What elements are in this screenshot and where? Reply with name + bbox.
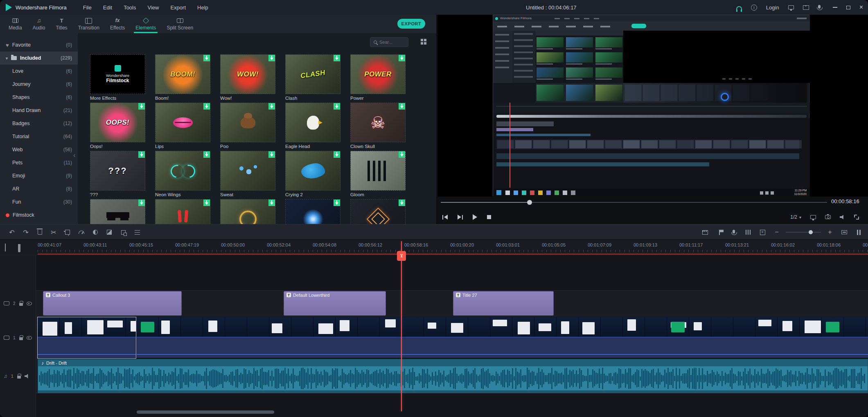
zoom-slider-handle[interactable]	[809, 230, 813, 234]
download-icon[interactable]	[138, 103, 145, 110]
sidebar-item-favorite[interactable]: ♥Favorite(0)	[0, 38, 78, 52]
sidebar-item-shapes[interactable]: Shapes(6)	[0, 91, 78, 104]
speaker-icon[interactable]	[840, 215, 845, 220]
menu-tools[interactable]: Tools	[124, 4, 136, 11]
split-button[interactable]: ✂	[47, 226, 61, 238]
element-card-eagle-head[interactable]: Eagle Head	[285, 103, 340, 151]
snapshot-camera-icon[interactable]	[825, 215, 831, 219]
green-screen-button[interactable]	[102, 226, 116, 238]
download-icon[interactable]	[399, 151, 405, 158]
download-icon[interactable]	[268, 151, 275, 158]
playhead-handle[interactable]: ✂	[397, 251, 406, 261]
record-voiceover-button[interactable]	[728, 226, 739, 238]
title-clip-title-27[interactable]: T Title 27	[453, 291, 554, 316]
sidebar-item-journey[interactable]: Journey(6)	[0, 78, 78, 91]
tab-effects[interactable]: fxEffects	[105, 15, 130, 33]
download-icon[interactable]	[399, 55, 405, 61]
element-card-gloom[interactable]: Gloom	[350, 151, 406, 199]
collapse-sidebar-button[interactable]: ‹	[73, 152, 75, 159]
download-icon[interactable]	[268, 200, 275, 206]
element-card-partial-5[interactable]	[350, 199, 406, 224]
toggle-track-visibility-icon[interactable]	[27, 336, 32, 340]
display-device-icon[interactable]	[810, 215, 816, 219]
download-icon[interactable]	[203, 55, 210, 61]
sidebar-item-filmstock[interactable]: Filmstock	[0, 208, 78, 222]
scrubber-handle[interactable]	[527, 200, 532, 205]
download-icon[interactable]	[203, 103, 210, 110]
download-icon[interactable]	[138, 151, 145, 158]
download-icon[interactable]	[138, 200, 145, 206]
lock-track-icon[interactable]	[19, 303, 23, 306]
menu-export[interactable]: Export	[170, 4, 186, 11]
export-button[interactable]: EXPORT	[397, 19, 425, 29]
download-icon[interactable]	[203, 200, 210, 206]
element-card-more-effects[interactable]: Wondershare Filmstock More Effects	[90, 54, 145, 103]
fit-timeline-button[interactable]	[839, 226, 850, 238]
redo-button[interactable]: ↷	[19, 226, 33, 238]
sidebar-item-ar[interactable]: AR(8)	[0, 182, 78, 195]
play-button[interactable]	[473, 214, 477, 220]
element-card-partial-2[interactable]	[155, 199, 210, 224]
maximize-button[interactable]	[846, 6, 850, 9]
menu-view[interactable]: View	[147, 4, 159, 11]
panel-toggle-button[interactable]	[853, 226, 864, 238]
close-button[interactable]: ×	[859, 4, 863, 11]
menu-file[interactable]: File	[83, 4, 92, 11]
timeline-ruler[interactable]: 00:00:41:07 00:00:43:11 00:00:45:15 00:0…	[0, 240, 868, 255]
download-icon[interactable]	[203, 151, 210, 158]
tab-elements[interactable]: Elements	[130, 15, 161, 33]
audio-mixer-button[interactable]	[743, 226, 753, 238]
zoom-out-button[interactable]: −	[771, 226, 782, 238]
element-card-clash[interactable]: CLASH Clash	[285, 54, 340, 103]
download-icon[interactable]	[334, 200, 340, 206]
tab-titles[interactable]: TTitles	[50, 15, 72, 33]
sidebar-item-included[interactable]: ▾Included(229)	[0, 52, 78, 65]
playhead-line[interactable]	[401, 241, 402, 411]
element-card-lips[interactable]: Lips	[155, 103, 210, 151]
sidebar-item-badges[interactable]: Badges(12)	[0, 117, 78, 130]
element-card-clown-skull[interactable]: ☠ Clown Skull	[350, 103, 406, 151]
lock-track-icon[interactable]	[19, 337, 23, 340]
adjust-button[interactable]	[130, 226, 144, 238]
stop-button[interactable]	[487, 215, 491, 219]
mail-icon[interactable]	[803, 5, 809, 10]
search-input[interactable]	[379, 40, 405, 45]
title-clip-default-lowerthird[interactable]: T Default Lowerthird	[284, 291, 386, 316]
crop-zoom-button[interactable]	[116, 226, 130, 238]
menu-help[interactable]: Help	[197, 4, 208, 11]
crop-button[interactable]	[61, 226, 74, 238]
minimize-button[interactable]	[833, 7, 837, 8]
timeline-horizontal-scrollbar[interactable]	[137, 410, 274, 414]
preview-quality-select[interactable]: 1/2▾	[790, 214, 801, 220]
tab-media[interactable]: Media	[3, 15, 27, 33]
search-box[interactable]	[370, 37, 408, 47]
manage-tracks-icon[interactable]	[5, 244, 6, 251]
previous-frame-button[interactable]	[442, 215, 448, 220]
sidebar-item-fun[interactable]: Fun(30)	[0, 195, 78, 208]
voiceover-icon[interactable]	[818, 5, 821, 9]
login-button[interactable]: Login	[766, 4, 779, 11]
video-clip-selected[interactable]	[38, 317, 136, 358]
element-card-questions[interactable]: ??? ???	[90, 151, 145, 199]
element-card-sweat[interactable]: Sweat	[220, 151, 275, 199]
next-frame-button[interactable]	[458, 215, 463, 220]
audio-clip-drift[interactable]: ♪ Drift - Drift	[38, 359, 868, 393]
download-icon[interactable]	[334, 151, 340, 158]
toggle-track-visibility-icon[interactable]	[27, 302, 32, 305]
element-card-partial-3[interactable]	[220, 199, 275, 224]
grid-view-icon[interactable]	[421, 39, 423, 41]
playback-scrubber[interactable]	[441, 200, 827, 205]
element-card-poo[interactable]: Poo	[220, 103, 275, 151]
sidebar-item-tutorial[interactable]: Tutorial(64)	[0, 130, 78, 143]
info-icon[interactable]: i	[751, 4, 757, 11]
element-card-boom[interactable]: BOOM! Boom!	[155, 54, 210, 103]
element-card-wow[interactable]: WOW! Wow!	[220, 54, 275, 103]
render-preview-button[interactable]	[700, 226, 710, 238]
title-clip-callout-3[interactable]: T Callout 3	[43, 291, 182, 316]
element-card-crying-2[interactable]: Crying 2	[285, 151, 340, 199]
sidebar-item-hand-drawn[interactable]: Hand Drawn(21)	[0, 104, 78, 117]
download-icon[interactable]	[399, 103, 405, 110]
tab-transition[interactable]: Transition	[73, 15, 105, 33]
screen-recorder-icon[interactable]	[788, 5, 794, 9]
video-clip[interactable]	[137, 317, 868, 358]
